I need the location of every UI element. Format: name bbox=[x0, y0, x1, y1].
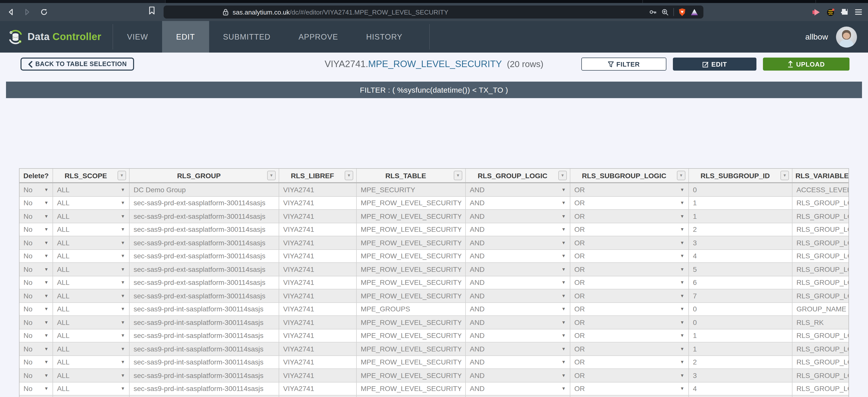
cell-scope[interactable]: ALL▼ bbox=[53, 209, 129, 223]
cell-subgroup_id[interactable]: 3 bbox=[689, 369, 792, 382]
dropdown-arrow-icon[interactable]: ▼ bbox=[44, 187, 49, 192]
cell-group_logic[interactable]: AND▼ bbox=[466, 342, 570, 356]
dropdown-arrow-icon[interactable]: ▼ bbox=[44, 333, 49, 338]
column-filter-icon[interactable]: ▼ bbox=[454, 171, 462, 180]
cell-delete[interactable]: No▼ bbox=[20, 316, 53, 329]
cell-group_logic[interactable]: AND▼ bbox=[466, 395, 570, 397]
dropdown-arrow-icon[interactable]: ▼ bbox=[561, 280, 566, 285]
cell-libref[interactable]: VIYA2741 bbox=[279, 289, 356, 302]
dropdown-arrow-icon[interactable]: ▼ bbox=[680, 240, 684, 245]
cell-scope[interactable]: ALL▼ bbox=[53, 356, 129, 369]
column-filter-icon[interactable]: ▼ bbox=[118, 171, 126, 180]
nav-tab-approve[interactable]: APPROVE bbox=[284, 21, 352, 53]
cell-subgroup_id[interactable]: 0 bbox=[689, 302, 792, 316]
cell-subgroup_logic[interactable]: OR▼ bbox=[570, 289, 689, 302]
dropdown-arrow-icon[interactable]: ▼ bbox=[680, 333, 684, 338]
dropdown-arrow-icon[interactable]: ▼ bbox=[44, 307, 49, 312]
dropdown-arrow-icon[interactable]: ▼ bbox=[44, 346, 49, 351]
dropdown-arrow-icon[interactable]: ▼ bbox=[121, 333, 125, 338]
cell-scope[interactable]: ALL▼ bbox=[53, 249, 129, 262]
filter-button[interactable]: FILTER bbox=[581, 58, 666, 70]
cell-variable[interactable]: RLS_RK bbox=[792, 316, 849, 329]
cell-libref[interactable]: VIYA2741 bbox=[279, 395, 356, 397]
cell-table[interactable]: MPE_ROW_LEVEL_SECURITY bbox=[356, 262, 466, 276]
cell-delete[interactable]: No▼ bbox=[20, 329, 53, 342]
cell-libref[interactable]: VIYA2741 bbox=[279, 262, 356, 276]
cell-scope[interactable]: ALL▼ bbox=[53, 196, 129, 209]
cell-variable[interactable]: RLS_GROUP_LOGIC bbox=[792, 342, 849, 356]
cell-subgroup_id[interactable]: 0 bbox=[689, 316, 792, 329]
cell-variable[interactable]: ACCESS_LEVEL bbox=[792, 183, 849, 196]
cell-variable[interactable]: RLS_GROUP_LOGIC bbox=[792, 262, 849, 276]
cell-table[interactable]: MPE_ROW_LEVEL_SECURITY bbox=[356, 329, 466, 342]
cell-subgroup_id[interactable]: 0 bbox=[689, 183, 792, 196]
nav-tab-edit[interactable]: EDIT bbox=[162, 21, 209, 53]
cell-group[interactable]: sec-sas9-prd-ext-sasplatform-300114sasjs bbox=[129, 249, 279, 262]
cell-subgroup_id[interactable]: 7 bbox=[689, 289, 792, 302]
cell-subgroup_logic[interactable]: OR▼ bbox=[570, 342, 689, 356]
upload-button[interactable]: UPLOAD bbox=[763, 58, 849, 70]
dropdown-arrow-icon[interactable]: ▼ bbox=[680, 200, 684, 205]
dropdown-arrow-icon[interactable]: ▼ bbox=[561, 307, 566, 312]
cell-delete[interactable]: No▼ bbox=[20, 395, 53, 397]
cell-table[interactable]: MPE_ROW_LEVEL_SECURITY bbox=[356, 369, 466, 382]
dropdown-arrow-icon[interactable]: ▼ bbox=[561, 187, 566, 192]
dropdown-arrow-icon[interactable]: ▼ bbox=[680, 187, 684, 192]
cell-subgroup_logic[interactable]: OR▼ bbox=[570, 356, 689, 369]
bookmark-icon[interactable] bbox=[148, 6, 156, 15]
cell-libref[interactable]: VIYA2741 bbox=[279, 342, 356, 356]
cell-subgroup_logic[interactable]: OR▼ bbox=[570, 302, 689, 316]
dropdown-arrow-icon[interactable]: ▼ bbox=[680, 267, 684, 272]
cell-scope[interactable]: ALL▼ bbox=[53, 329, 129, 342]
cell-variable[interactable]: GROUP_NAME bbox=[792, 302, 849, 316]
cell-subgroup_id[interactable]: 1 bbox=[689, 196, 792, 209]
cell-table[interactable]: MPE_ROW_LEVEL_SECURITY bbox=[356, 342, 466, 356]
cell-variable[interactable]: RLS_GROUP_LOGIC bbox=[792, 236, 849, 249]
cell-table[interactable]: MPE_ROW_LEVEL_SECURITY bbox=[356, 236, 466, 249]
cell-scope[interactable]: ALL▼ bbox=[53, 382, 129, 395]
browser-tab[interactable] bbox=[0, 0, 165, 3]
cell-table[interactable]: MPE_ROW_LEVEL_SECURITY bbox=[356, 209, 466, 223]
cell-group_logic[interactable]: AND▼ bbox=[466, 209, 570, 223]
cell-variable[interactable]: RLS_GROUP_LOGIC bbox=[792, 196, 849, 209]
column-filter-icon[interactable]: ▼ bbox=[780, 171, 789, 180]
cell-variable[interactable]: RLS_GROUP_LOGIC bbox=[792, 329, 849, 342]
cell-subgroup_logic[interactable]: OR▼ bbox=[570, 249, 689, 262]
cell-subgroup_id[interactable]: 1 bbox=[689, 329, 792, 342]
dropdown-arrow-icon[interactable]: ▼ bbox=[44, 240, 49, 245]
cell-group_logic[interactable]: AND▼ bbox=[466, 369, 570, 382]
cell-subgroup_logic[interactable]: OR▼ bbox=[570, 223, 689, 236]
cell-subgroup_logic[interactable]: OR▼ bbox=[570, 209, 689, 223]
cell-group_logic[interactable]: AND▼ bbox=[466, 249, 570, 262]
cell-group[interactable]: sec-sas9-prd-ext-sasplatform-300114sasjs bbox=[129, 289, 279, 302]
brave-rewards-triangle-icon[interactable] bbox=[690, 8, 699, 16]
cell-delete[interactable]: No▼ bbox=[20, 302, 53, 316]
cell-group[interactable]: sec-sas9-prd-ext-sasplatform-300114sasjs bbox=[129, 262, 279, 276]
extension-pink-icon[interactable] bbox=[812, 8, 820, 16]
cell-scope[interactable]: ALL▼ bbox=[53, 236, 129, 249]
cell-delete[interactable]: No▼ bbox=[20, 196, 53, 209]
dropdown-arrow-icon[interactable]: ▼ bbox=[44, 267, 49, 272]
cell-delete[interactable]: No▼ bbox=[20, 369, 53, 382]
cell-group_logic[interactable]: AND▼ bbox=[466, 356, 570, 369]
cell-group_logic[interactable]: AND▼ bbox=[466, 262, 570, 276]
cell-subgroup_id[interactable]: 4 bbox=[689, 382, 792, 395]
dropdown-arrow-icon[interactable]: ▼ bbox=[121, 293, 125, 299]
cell-libref[interactable]: VIYA2741 bbox=[279, 249, 356, 262]
cell-libref[interactable]: VIYA2741 bbox=[279, 236, 356, 249]
dropdown-arrow-icon[interactable]: ▼ bbox=[680, 293, 684, 299]
column-filter-icon[interactable]: ▼ bbox=[558, 171, 567, 180]
dropdown-arrow-icon[interactable]: ▼ bbox=[680, 254, 684, 259]
dropdown-arrow-icon[interactable]: ▼ bbox=[680, 360, 684, 365]
dropdown-arrow-icon[interactable]: ▼ bbox=[680, 280, 684, 285]
dropdown-arrow-icon[interactable]: ▼ bbox=[680, 214, 684, 219]
cell-table[interactable]: MPE_SECURITY bbox=[356, 183, 466, 196]
dropdown-arrow-icon[interactable]: ▼ bbox=[121, 320, 125, 325]
dropdown-arrow-icon[interactable]: ▼ bbox=[121, 240, 125, 245]
dropdown-arrow-icon[interactable]: ▼ bbox=[44, 386, 49, 391]
cell-table[interactable]: MPE_ROW_LEVEL_SECURITY bbox=[356, 276, 466, 289]
dropdown-arrow-icon[interactable]: ▼ bbox=[561, 373, 566, 378]
dropdown-arrow-icon[interactable]: ▼ bbox=[561, 333, 566, 338]
dropdown-arrow-icon[interactable]: ▼ bbox=[121, 267, 125, 272]
dropdown-arrow-icon[interactable]: ▼ bbox=[680, 307, 684, 312]
